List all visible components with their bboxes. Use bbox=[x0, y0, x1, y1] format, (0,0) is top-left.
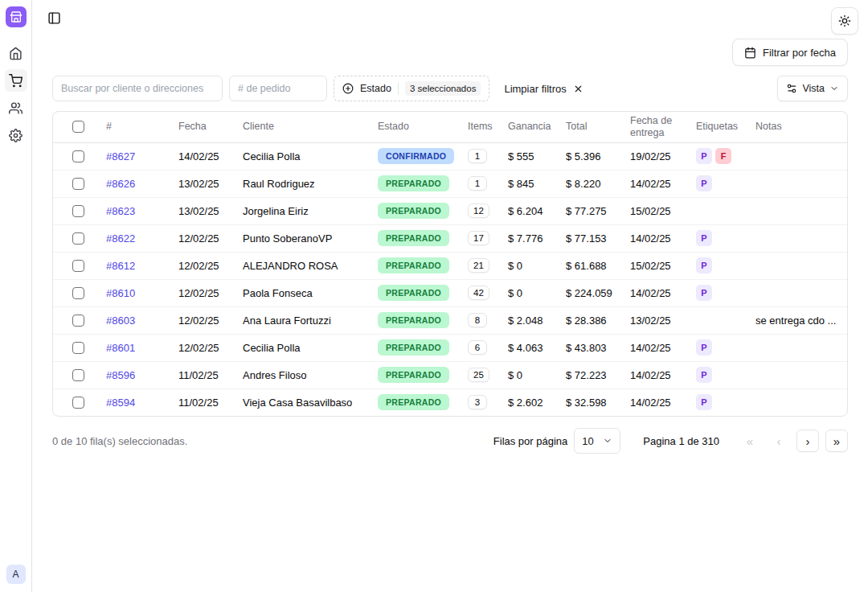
status-badge: CONFIRMADO bbox=[378, 148, 454, 164]
prev-page-button[interactable]: ‹ bbox=[768, 430, 790, 452]
page-info: Pagina 1 de 310 bbox=[643, 435, 719, 447]
selection-summary: 0 de 10 fila(s) seleccionadas. bbox=[52, 435, 187, 447]
order-id-link[interactable]: #8596 bbox=[106, 369, 135, 381]
total-value: $ 5.396 bbox=[559, 142, 624, 170]
row-checkbox[interactable] bbox=[72, 314, 84, 327]
ganancia-value: $ 7.776 bbox=[502, 224, 559, 252]
tag-list: P bbox=[696, 175, 743, 191]
clear-filters-button[interactable]: Limpiar filtros bbox=[496, 76, 591, 101]
column-header-notas: Notas bbox=[749, 112, 847, 142]
sidebar-item-home[interactable] bbox=[5, 42, 27, 64]
order-id-link[interactable]: #8612 bbox=[106, 260, 135, 272]
sidebar-toggle-button[interactable] bbox=[43, 7, 64, 28]
items-count: 6 bbox=[468, 340, 487, 355]
table-footer: 0 de 10 fila(s) seleccionadas. Filas por… bbox=[52, 428, 848, 454]
rows-per-page-select[interactable]: 10 bbox=[574, 428, 620, 454]
sun-icon bbox=[838, 14, 851, 27]
order-id-link[interactable]: #8603 bbox=[106, 314, 135, 327]
row-checkbox[interactable] bbox=[72, 342, 84, 354]
status-badge: PREPARADO bbox=[378, 394, 449, 410]
customer-name: Andres Filoso bbox=[236, 361, 371, 388]
delivery-date: 14/02/25 bbox=[624, 224, 690, 252]
sidebar: A bbox=[0, 0, 32, 592]
order-id-link[interactable]: #8627 bbox=[106, 150, 135, 162]
row-checkbox[interactable] bbox=[72, 260, 84, 272]
clear-filters-label: Limpiar filtros bbox=[504, 83, 566, 95]
theme-toggle-button[interactable] bbox=[831, 7, 858, 35]
notes-text bbox=[749, 170, 847, 197]
tag-badge: P bbox=[696, 148, 712, 164]
last-page-button[interactable]: » bbox=[825, 430, 848, 452]
order-date: 12/02/25 bbox=[172, 252, 236, 279]
status-badge: PREPARADO bbox=[378, 285, 449, 301]
first-page-button[interactable]: « bbox=[739, 430, 761, 452]
customer-name: Paola Fonseca bbox=[236, 279, 371, 306]
status-badge: PREPARADO bbox=[378, 257, 449, 273]
search-input[interactable] bbox=[52, 76, 223, 101]
order-id-link[interactable]: #8623 bbox=[106, 205, 135, 217]
column-header-estado: Estado bbox=[371, 112, 461, 142]
customer-name: Cecilia Polla bbox=[236, 334, 371, 361]
status-badge: PREPARADO bbox=[378, 339, 449, 356]
date-filter-button[interactable]: Filtrar por fecha bbox=[732, 39, 848, 66]
app-logo-button[interactable] bbox=[6, 6, 27, 27]
total-value: $ 28.386 bbox=[559, 306, 624, 334]
order-number-input[interactable] bbox=[229, 76, 327, 101]
column-header-cliente: Cliente bbox=[236, 112, 371, 142]
order-id-link[interactable]: #8601 bbox=[106, 342, 135, 354]
row-checkbox[interactable] bbox=[72, 178, 84, 190]
row-checkbox[interactable] bbox=[72, 369, 84, 381]
rows-per-page-value: 10 bbox=[582, 435, 593, 447]
main-area: Filtrar por fecha Estado 3 seleccionados… bbox=[32, 0, 868, 592]
notes-text bbox=[749, 252, 847, 279]
table-row: #862613/02/25Raul RodriguezPREPARADO1$ 8… bbox=[53, 170, 847, 197]
ganancia-value: $ 2.048 bbox=[502, 306, 559, 334]
row-checkbox[interactable] bbox=[72, 287, 84, 299]
delivery-date: 14/02/25 bbox=[624, 334, 690, 361]
app-root: A Filtrar por fecha bbox=[0, 0, 868, 592]
total-value: $ 224.059 bbox=[559, 279, 624, 306]
customer-name: Ana Laura Fortuzzi bbox=[236, 306, 371, 334]
users-icon bbox=[9, 101, 23, 115]
ganancia-value: $ 0 bbox=[502, 279, 559, 306]
order-date: 13/02/25 bbox=[172, 197, 236, 224]
total-value: $ 77.153 bbox=[559, 224, 624, 252]
row-checkbox[interactable] bbox=[72, 205, 84, 217]
next-page-button[interactable]: › bbox=[796, 430, 819, 452]
view-options-button[interactable]: Vista bbox=[777, 76, 848, 101]
content: Filtrar por fecha Estado 3 seleccionados… bbox=[32, 37, 868, 454]
customer-name: Jorgelina Eiriz bbox=[236, 197, 371, 224]
notes-text bbox=[749, 224, 847, 252]
order-id-link[interactable]: #8610 bbox=[106, 287, 135, 299]
notes-text bbox=[749, 361, 847, 388]
row-checkbox[interactable] bbox=[72, 150, 84, 162]
table-row: #860112/02/25Cecilia PollaPREPARADO6$ 4.… bbox=[53, 334, 847, 361]
order-id-link[interactable]: #8626 bbox=[106, 178, 135, 190]
tag-list: P bbox=[696, 339, 743, 356]
column-header-etiquetas: Etiquetas bbox=[690, 112, 749, 142]
notes-text bbox=[749, 279, 847, 306]
order-id-link[interactable]: #8594 bbox=[106, 397, 135, 409]
column-header-items: Items bbox=[461, 112, 502, 142]
sidebar-item-customers[interactable] bbox=[5, 97, 27, 119]
table-row: #861012/02/25Paola FonsecaPREPARADO42$ 0… bbox=[53, 279, 847, 306]
sidebar-item-settings[interactable] bbox=[5, 124, 27, 146]
estado-filter-button[interactable]: Estado 3 seleccionados bbox=[334, 76, 489, 101]
estado-filter-label: Estado bbox=[360, 83, 391, 94]
user-avatar[interactable]: A bbox=[6, 565, 26, 584]
order-id-link[interactable]: #8622 bbox=[106, 232, 135, 245]
select-all-checkbox[interactable] bbox=[72, 121, 84, 133]
customer-name: Raul Rodriguez bbox=[236, 170, 371, 197]
chevron-down-icon bbox=[603, 436, 612, 446]
total-value: $ 72.223 bbox=[559, 361, 624, 388]
status-badge: PREPARADO bbox=[378, 312, 449, 328]
estado-count-badge: 3 seleccionados bbox=[405, 81, 481, 96]
order-date: 13/02/25 bbox=[172, 170, 236, 197]
row-checkbox[interactable] bbox=[72, 397, 84, 409]
tag-badge: P bbox=[696, 367, 712, 383]
sidebar-item-orders[interactable] bbox=[5, 69, 27, 92]
row-checkbox[interactable] bbox=[72, 232, 84, 245]
column-header-fecha: Fecha bbox=[172, 112, 236, 142]
items-count: 8 bbox=[468, 313, 487, 327]
tag-badge: P bbox=[696, 230, 712, 246]
